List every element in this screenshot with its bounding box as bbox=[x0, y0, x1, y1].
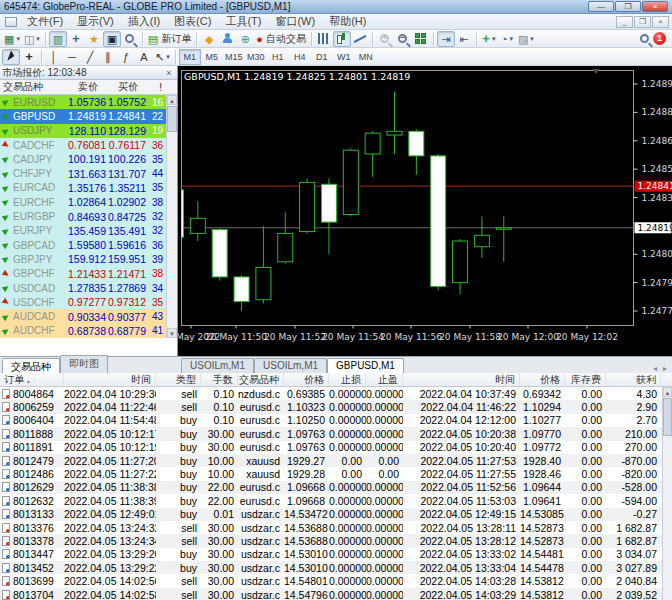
order-row-8006259[interactable]: 80062592022.04.04 11:22:46sell0.10eurusd… bbox=[0, 400, 672, 413]
menu-item-2[interactable]: 插入(I) bbox=[121, 14, 167, 29]
minimize-button[interactable]: — bbox=[588, 1, 614, 12]
order-row-8013376[interactable]: 80133762022.04.05 13:24:32sell30.00usdza… bbox=[0, 521, 672, 534]
orders-column-10[interactable]: 库存费 bbox=[565, 373, 606, 386]
orders-table-scrollbar[interactable]: ▲ bbox=[662, 387, 672, 600]
mdi-restore-button[interactable]: ❒ bbox=[634, 16, 651, 28]
menu-item-3[interactable]: 图表(C) bbox=[167, 14, 218, 29]
fibonacci-icon[interactable]: ƒ bbox=[117, 49, 135, 65]
market-watch-row-chfjpy[interactable]: CHFJPY131.663131.70744 bbox=[0, 166, 177, 180]
order-row-8013704[interactable]: 80137042022.04.05 14:02:58sell30.00usdza… bbox=[0, 588, 672, 600]
column-symbol[interactable]: 交易品种 bbox=[0, 80, 62, 94]
strategy-tester-icon[interactable] bbox=[121, 31, 139, 47]
market-watch-row-cadjpy[interactable]: CADJPY100.191100.22635 bbox=[0, 152, 177, 166]
timeframe-h4-button[interactable]: H4 bbox=[289, 49, 311, 65]
periods-icon[interactable]: ◔▾ bbox=[498, 31, 516, 47]
menu-item-5[interactable]: 窗口(W) bbox=[268, 14, 322, 29]
market-watch-row-eurusd[interactable]: EURUSD1.057361.0575216 bbox=[0, 95, 177, 109]
market-watch-close-icon[interactable]: × bbox=[163, 68, 175, 78]
order-row-8013378[interactable]: 80133782022.04.05 13:24:34sell30.00usdza… bbox=[0, 534, 672, 547]
orders-column-3[interactable]: 手数 bbox=[201, 373, 238, 386]
order-row-8012479[interactable]: 80124792022.04.05 11:27:20buy10.00xauusd… bbox=[0, 454, 672, 467]
templates-dropdown-arrow[interactable]: ▾ bbox=[530, 35, 534, 43]
profiles-icon[interactable]: ◫▾ bbox=[22, 31, 42, 47]
market-watch-row-eurgbp[interactable]: EURGBP0.846930.8472532 bbox=[0, 209, 177, 223]
chart-tab-1[interactable]: USOILm,M1 bbox=[254, 358, 327, 373]
orders-column-8[interactable]: 时间 bbox=[403, 373, 520, 386]
order-row-8006404[interactable]: 80064042022.04.04 11:54:48buy0.10eurusd.… bbox=[0, 414, 672, 427]
market-watch-row-eurjpy[interactable]: EURJPY135.459135.49132 bbox=[0, 224, 177, 238]
chart-area[interactable]: 1.248951.248801.248651.248501.248351.248… bbox=[178, 66, 672, 356]
new-chart-icon[interactable]: ▦▾ bbox=[2, 31, 22, 47]
market-watch-row-gbpusd[interactable]: GBPUSD1.248191.2484122 bbox=[0, 109, 177, 123]
orders-column-9[interactable]: 价格 bbox=[520, 373, 565, 386]
zoom-in-icon[interactable]: + bbox=[376, 31, 394, 47]
mdi-close-button[interactable]: × bbox=[652, 16, 669, 28]
chart-window-icon[interactable] bbox=[5, 17, 17, 27]
order-row-8012629[interactable]: 80126292022.04.05 11:38:38buy22.00eurusd… bbox=[0, 481, 672, 494]
vertical-line-icon[interactable]: │ bbox=[45, 49, 63, 65]
market-watch-row-usdjpy[interactable]: USDJPY128.110128.12919 bbox=[0, 124, 177, 138]
market-watch-row-eurcad[interactable]: EURCAD1.351761.3521135 bbox=[0, 181, 177, 195]
menu-item-1[interactable]: 显示(V) bbox=[70, 14, 121, 29]
order-row-8013133[interactable]: 80131332022.04.05 12:49:01buy0.01usdzar.… bbox=[0, 508, 672, 521]
column-spread[interactable]: ! bbox=[148, 82, 166, 93]
orders-column-1[interactable]: 时间 bbox=[64, 373, 156, 386]
market-watch-scrollbar[interactable]: ▲ ▼ bbox=[166, 95, 177, 338]
orders-column-2[interactable]: 类型 bbox=[156, 373, 201, 386]
chart-bars-icon[interactable] bbox=[315, 31, 333, 47]
trendline-icon[interactable]: ╱ bbox=[81, 49, 99, 65]
orders-column-4[interactable]: 交易品种 bbox=[238, 373, 284, 386]
data-window-icon[interactable]: + bbox=[67, 31, 85, 47]
scroll-down-arrow[interactable]: ▼ bbox=[167, 328, 177, 338]
market-watch-row-usdchf[interactable]: USDCHF0.972770.9731235 bbox=[0, 295, 177, 309]
autotrading-button[interactable]: ●自动交易 bbox=[254, 31, 308, 47]
menu-item-6[interactable]: 帮助(H) bbox=[322, 14, 373, 29]
order-row-8004864[interactable]: 80048642022.04.04 10:29:36sell0.10nzdusd… bbox=[0, 387, 672, 400]
market-watch-row-gbpjpy[interactable]: GBPJPY159.912159.95139 bbox=[0, 252, 177, 266]
chart-tab-0[interactable]: USOILm,M1 bbox=[181, 358, 254, 373]
scroll-up-arrow[interactable]: ▲ bbox=[663, 387, 672, 397]
timeframe-m5-button[interactable]: M5 bbox=[201, 49, 223, 65]
scrollbar-thumb[interactable] bbox=[167, 106, 177, 132]
tab-scroll-left-icon[interactable]: ◂ bbox=[650, 364, 660, 373]
scroll-up-arrow[interactable]: ▲ bbox=[167, 95, 177, 105]
navigator-icon[interactable]: ★ bbox=[85, 31, 103, 47]
orders-column-6[interactable]: 止损 bbox=[329, 373, 366, 386]
scrollbar-thumb[interactable] bbox=[663, 398, 672, 436]
column-bid[interactable]: 卖价 bbox=[62, 80, 108, 94]
market-watch-row-eurchf[interactable]: EURCHF1.028641.0290238 bbox=[0, 195, 177, 209]
community-icon[interactable] bbox=[218, 31, 236, 47]
order-row-8012632[interactable]: 80126322022.04.05 11:38:39buy22.00eurusd… bbox=[0, 494, 672, 507]
market-icon[interactable]: ⊕ bbox=[236, 31, 254, 47]
zoom-out-icon[interactable]: − bbox=[394, 31, 412, 47]
orders-column-0[interactable]: 订单 ▴ bbox=[0, 373, 64, 386]
maximize-button[interactable]: ❒ bbox=[615, 1, 641, 12]
periods-dropdown-arrow[interactable]: ▾ bbox=[509, 35, 513, 43]
indicators-icon[interactable]: +▾ bbox=[480, 31, 498, 47]
orders-column-7[interactable]: 止盈 bbox=[366, 373, 403, 386]
mdi-minimize-button[interactable]: _ bbox=[616, 16, 633, 28]
order-row-8011891[interactable]: 80118912022.04.05 10:12:19buy30.00eurusd… bbox=[0, 441, 672, 454]
metaeditor-icon[interactable]: ◆ bbox=[200, 31, 218, 47]
market-watch-row-audchf[interactable]: AUDCHF0.687380.6877941 bbox=[0, 324, 177, 338]
profiles-dropdown-arrow[interactable]: ▾ bbox=[36, 35, 40, 43]
order-row-8011888[interactable]: 80118882022.04.05 10:12:17buy30.00eurusd… bbox=[0, 427, 672, 440]
arrows-icon[interactable]: ↖▾ bbox=[153, 49, 172, 65]
arrows-dropdown-arrow[interactable]: ▾ bbox=[166, 53, 170, 61]
timeframe-m15-button[interactable]: M15 bbox=[223, 49, 245, 65]
chart-line-icon[interactable] bbox=[351, 31, 369, 47]
auto-scroll-icon[interactable]: ⇥ bbox=[437, 31, 455, 47]
chart-candles-icon[interactable] bbox=[333, 31, 351, 47]
market-watch-row-gbpchf[interactable]: GBPCHF1.214331.2147138 bbox=[0, 267, 177, 281]
indicators-dropdown-arrow[interactable]: ▾ bbox=[492, 35, 496, 43]
timeframe-mn-button[interactable]: MN bbox=[355, 49, 377, 65]
notification-badge[interactable]: 1 bbox=[653, 32, 666, 45]
orders-column-11[interactable]: 获利 bbox=[606, 373, 661, 386]
text-icon[interactable]: A bbox=[135, 49, 153, 65]
market-watch-tab-0[interactable]: 交易品种 bbox=[2, 358, 60, 373]
tile-windows-icon[interactable] bbox=[412, 31, 430, 47]
new-chart-dropdown-arrow[interactable]: ▾ bbox=[16, 35, 20, 43]
chart-tab-2[interactable]: GBPUSD,M1 bbox=[327, 358, 404, 373]
close-button[interactable]: × bbox=[642, 1, 668, 12]
order-row-8013447[interactable]: 80134472022.04.05 13:29:20buy30.00usdzar… bbox=[0, 548, 672, 561]
